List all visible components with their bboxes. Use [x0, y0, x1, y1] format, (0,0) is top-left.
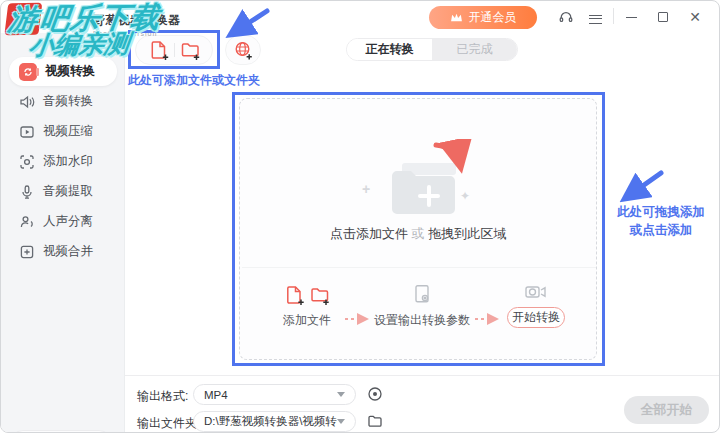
- step1-label: 添加文件: [283, 312, 331, 329]
- flow-arrow-1: [343, 313, 373, 325]
- output-format-value: MP4: [204, 389, 337, 401]
- minimize-icon[interactable]: [619, 5, 643, 29]
- dropzone-hint-drag: 拖拽到此区域: [428, 226, 506, 241]
- annotation-box-toolbar: [128, 30, 220, 69]
- annotation-line2: 或点击添加: [602, 221, 720, 239]
- output-folder-dropdown[interactable]: D:\野葱视频转换器\视频转换: [193, 411, 356, 432]
- sidebar-item-label: 视频合并: [43, 243, 93, 260]
- sidebar-item-label: 音频提取: [43, 183, 93, 200]
- video-compress-icon: [19, 124, 35, 140]
- close-icon[interactable]: ✕: [683, 5, 707, 29]
- vip-crown-icon: [450, 12, 463, 23]
- tab-converting[interactable]: 正在转换: [347, 39, 432, 60]
- add-folder-icon: [309, 284, 331, 306]
- add-url-globe-icon: [232, 39, 254, 61]
- sidebar-item-label: 添加水印: [43, 153, 93, 170]
- sidebar-item-add-watermark[interactable]: 添加水印: [9, 147, 117, 176]
- chevron-down-icon: [337, 419, 345, 424]
- step2-label: 设置输出转换参数: [374, 312, 470, 329]
- sidebar-item-label: 视频转换: [45, 63, 95, 80]
- chevron-down-icon: [337, 392, 345, 397]
- app-name: 野葱视频转换器: [93, 12, 181, 29]
- step2-icon-wrap: [411, 283, 433, 309]
- add-watermark-icon: [19, 154, 35, 170]
- output-folder-label: 输出文件夹:: [137, 415, 200, 432]
- convert-camera-icon: [523, 281, 547, 303]
- vip-button[interactable]: 开通会员: [429, 6, 537, 29]
- dropzone-hint: 点击添加文件 或 拖拽到此区域: [240, 225, 596, 243]
- dropzone-hint-or: 或: [412, 226, 425, 241]
- dropzone-hint-click: 点击添加文件: [330, 226, 408, 241]
- sparkle-star-right: ✦: [460, 189, 470, 203]
- sidebar-item-video-compress[interactable]: 视频压缩: [9, 117, 117, 146]
- output-format-target-icon[interactable]: [366, 385, 384, 403]
- headset-icon[interactable]: [557, 8, 575, 26]
- sidebar-item-video-convert[interactable]: 视频转换: [9, 57, 117, 86]
- convert-tabs: 正在转换 已完成: [346, 38, 518, 61]
- output-folder-value: D:\野葱视频转换器\视频转换: [204, 414, 337, 429]
- annotation-arrow-dropzone: [613, 167, 667, 207]
- file-dropzone[interactable]: + ✦ 点击添加文件 或 拖拽到此区域 添加文件 设置输出转换参数: [239, 98, 597, 360]
- annotation-dropzone-hint: 此处可拖拽添加 或点击添加: [602, 203, 720, 239]
- output-format-label: 输出格式:: [137, 388, 188, 405]
- sidebar-item-label: 视频压缩: [43, 123, 93, 140]
- sidebar-item-audio-extract[interactable]: 音频提取: [9, 177, 117, 206]
- start-convert-button[interactable]: 开始转换: [507, 307, 565, 328]
- vip-button-label: 开通会员: [469, 9, 517, 26]
- sidebar-item-label: 音频转换: [43, 93, 93, 110]
- watermark-badge: 游: [4, 3, 42, 36]
- step1-icons: [284, 284, 331, 306]
- open-folder-icon[interactable]: [366, 412, 384, 430]
- output-settings-icon: [411, 283, 433, 305]
- dropzone-divider: [242, 267, 596, 268]
- footer-divider: [125, 375, 720, 376]
- app-window: 野葱视频转换器 Fast conversion 开通会员 ✕ 视频转换 音频转换: [0, 0, 720, 433]
- menu-icon[interactable]: [586, 10, 604, 28]
- flow-arrow-2: [473, 313, 503, 325]
- audio-extract-icon: [19, 184, 35, 200]
- sidebar-item-vocal-separate[interactable]: 人声分离: [9, 207, 117, 236]
- output-format-dropdown[interactable]: MP4: [193, 384, 356, 405]
- sidebar-item-label: 人声分离: [43, 213, 93, 230]
- video-convert-icon: [19, 63, 37, 81]
- sparkle-plus-left: +: [362, 181, 370, 197]
- audio-convert-icon: [19, 94, 35, 110]
- step3-icon-wrap: [523, 281, 547, 307]
- start-all-button[interactable]: 全部开始: [624, 396, 709, 424]
- vocal-separate-icon: [19, 214, 35, 230]
- sidebar: 视频转换 音频转换 视频压缩 添加水印 音频提取 人声分离 视频合并: [1, 33, 125, 433]
- sidebar-item-video-merge[interactable]: 视频合并: [9, 237, 117, 266]
- add-folder-illustration: [380, 139, 480, 225]
- maximize-icon[interactable]: [651, 5, 675, 29]
- add-url-button[interactable]: [225, 35, 261, 65]
- tab-completed[interactable]: 已完成: [432, 39, 517, 60]
- add-file-icon: [284, 284, 306, 306]
- titlebar-divider: [613, 8, 614, 24]
- annotation-toolbar-hint: 此处可添加文件或文件夹: [128, 72, 260, 89]
- video-merge-icon: [19, 244, 35, 260]
- sidebar-item-audio-convert[interactable]: 音频转换: [9, 87, 117, 116]
- annotation-line1: 此处可拖拽添加: [602, 203, 720, 221]
